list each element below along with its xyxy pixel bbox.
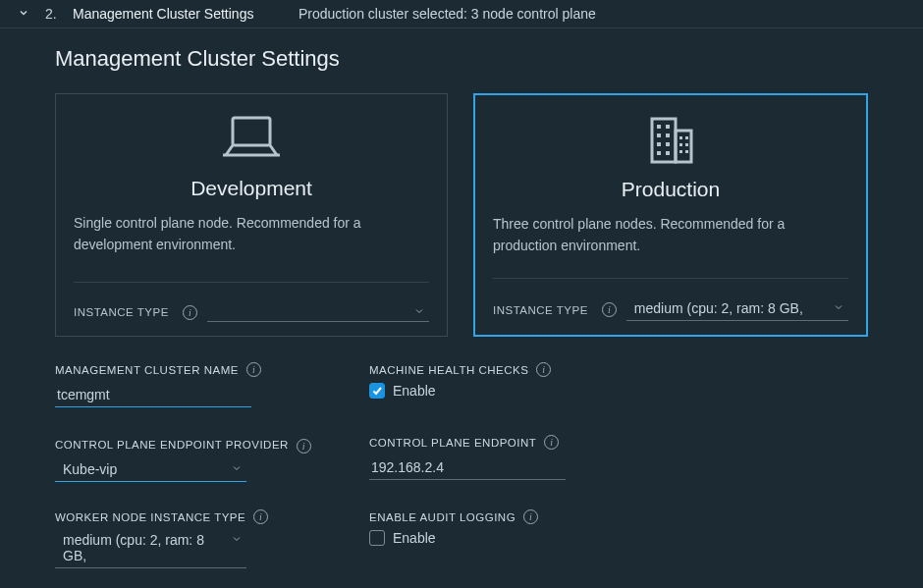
form-grid: MANAGEMENT CLUSTER NAME i MACHINE HEALTH… [55,362,868,568]
svg-rect-8 [666,125,670,129]
cpep-provider-select[interactable]: Kube-vip [55,459,246,482]
dev-instance-select[interactable] [207,302,429,322]
info-icon[interactable]: i [536,362,551,377]
chevron-down-icon [231,461,243,477]
mhc-checkbox[interactable] [369,383,385,399]
svg-rect-7 [657,125,661,129]
worker-select[interactable]: medium (cpu: 2, ram: 8 GB, [55,530,246,568]
content-area: Management Cluster Settings Development … [0,28,923,568]
svg-rect-5 [652,119,676,162]
svg-rect-20 [685,150,688,153]
svg-rect-6 [676,131,691,162]
info-icon[interactable]: i [246,362,261,377]
svg-rect-15 [679,136,682,139]
info-icon[interactable]: i [544,435,559,450]
card-production-desc: Three control plane nodes. Recommended f… [493,213,848,268]
dev-instance-label: INSTANCE TYPE [74,306,169,318]
prod-instance-row: INSTANCE TYPE i medium (cpu: 2, ram: 8 G… [493,278,848,321]
section-title: Management Cluster Settings [55,46,868,72]
svg-rect-11 [657,142,661,146]
field-audit: ENABLE AUDIT LOGGING i Enable [369,509,868,568]
field-mhc: MACHINE HEALTH CHECKS i Enable [369,362,868,407]
step-number: 2. [45,6,73,22]
step-summary: Production cluster selected: 3 node cont… [299,6,596,22]
svg-rect-10 [666,134,670,137]
audit-label: ENABLE AUDIT LOGGING [369,511,516,523]
field-cpep-provider: CONTROL PLANE ENDPOINT PROVIDER i Kube-v… [55,435,340,482]
info-icon[interactable]: i [253,509,268,524]
audit-checkbox[interactable] [369,530,385,546]
svg-rect-16 [685,136,688,139]
step-header[interactable]: 2. Management Cluster Settings Productio… [0,0,923,28]
svg-rect-17 [679,143,682,146]
cluster-type-cards: Development Single control plane node. R… [55,93,868,337]
info-icon[interactable]: i [297,439,311,454]
step-title: Management Cluster Settings [73,6,299,22]
svg-rect-13 [657,151,661,155]
card-development[interactable]: Development Single control plane node. R… [55,93,448,337]
svg-rect-14 [666,151,670,155]
cpe-label: CONTROL PLANE ENDPOINT [369,437,536,449]
chevron-down-icon [18,6,31,22]
mhc-enable-text: Enable [393,383,436,399]
card-production[interactable]: Production Three control plane nodes. Re… [473,93,868,337]
field-cluster-name: MANAGEMENT CLUSTER NAME i [55,362,340,407]
field-worker: WORKER NODE INSTANCE TYPE i medium (cpu:… [55,509,340,568]
audit-enable-text: Enable [393,530,436,546]
prod-instance-value: medium (cpu: 2, ram: 8 GB, [634,300,803,316]
field-cpe: CONTROL PLANE ENDPOINT i [369,435,868,482]
laptop-icon [74,112,429,167]
card-production-title: Production [493,178,848,201]
svg-rect-12 [666,142,670,146]
mhc-label: MACHINE HEALTH CHECKS [369,364,528,376]
building-icon [493,113,848,168]
dev-instance-row: INSTANCE TYPE i [74,282,429,322]
prod-instance-label: INSTANCE TYPE [493,304,588,316]
svg-rect-9 [657,134,661,137]
worker-value: medium (cpu: 2, ram: 8 GB, [63,532,204,563]
cpe-input[interactable] [369,455,566,480]
svg-rect-18 [685,143,688,146]
cluster-name-input[interactable] [55,383,251,407]
chevron-down-icon [231,532,243,548]
prod-instance-select[interactable]: medium (cpu: 2, ram: 8 GB, [626,298,848,321]
cluster-name-label: MANAGEMENT CLUSTER NAME [55,364,239,376]
cpep-provider-label: CONTROL PLANE ENDPOINT PROVIDER [55,439,289,451]
worker-label: WORKER NODE INSTANCE TYPE [55,511,245,523]
chevron-down-icon [833,300,844,316]
svg-rect-19 [679,150,682,153]
chevron-down-icon [413,304,425,320]
info-icon[interactable]: i [602,302,617,317]
info-icon[interactable]: i [183,305,197,320]
card-development-title: Development [74,177,429,200]
card-development-desc: Single control plane node. Recommended f… [74,212,429,272]
cpep-provider-value: Kube-vip [63,461,117,477]
info-icon[interactable]: i [523,509,538,524]
